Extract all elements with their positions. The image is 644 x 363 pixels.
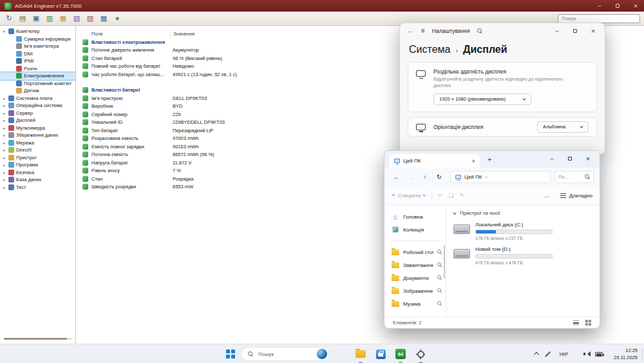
sidebar-item[interactable]: Колекція (384, 223, 446, 236)
minimize-button[interactable]: – (548, 155, 556, 162)
maximize-button[interactable] (571, 27, 579, 35)
minimize-button[interactable]: – (596, 2, 603, 10)
tree-item[interactable]: ▸Тест (0, 184, 75, 191)
new-item-button[interactable]: + Створити (392, 192, 426, 199)
display-resolution-icon (416, 70, 426, 77)
sidebar-item[interactable]: Зображення (384, 284, 446, 297)
taskbar-search-box[interactable]: Пошук (241, 347, 330, 361)
computer-icon[interactable]: ▣ (31, 14, 41, 24)
tree-item[interactable]: ▸DirectX (0, 146, 75, 154)
tree-item[interactable]: IPMI (0, 57, 75, 65)
hidden-icons-chevron[interactable] (534, 352, 539, 357)
details-view-button[interactable]: Докладно (560, 193, 592, 199)
sidebar-item[interactable]: Завантаження (384, 259, 446, 271)
pen-icon[interactable] (545, 351, 551, 357)
close-button[interactable]: × (589, 27, 597, 35)
taskbar-file-explorer-button[interactable] (353, 346, 368, 362)
tree-horizontal-scrollbar[interactable] (4, 338, 72, 340)
battery-icon[interactable] (595, 352, 603, 357)
back-arrow-icon[interactable]: ← (408, 28, 414, 34)
tree-item[interactable]: Портативний комп'ют (0, 80, 75, 88)
copy-icon[interactable]: ❏ (449, 193, 454, 199)
tree-item[interactable]: ▸Мережа (0, 139, 75, 147)
tree-item[interactable]: Сумарна інформація (0, 35, 75, 43)
explorer-tab-bar[interactable]: Цей ПК × + – × (384, 151, 600, 168)
close-button[interactable]: × (632, 2, 639, 10)
tree-item[interactable]: Розгін (0, 65, 75, 73)
folder-icon[interactable]: ▦ (58, 14, 68, 24)
drive-item[interactable]: Новий том (D:)476 ГБ вільно з 476 ГБ (453, 246, 594, 265)
up-button[interactable]: ↑ (418, 173, 432, 181)
tree-item[interactable]: ▸Програми (0, 161, 75, 169)
tree-item[interactable]: ▸Операційна система (0, 102, 75, 110)
speaker-icon[interactable] (585, 351, 591, 357)
aida64-titlebar[interactable]: AIDA64 Engineer v7.35.7000 – × (0, 0, 644, 12)
aida64-search-input[interactable] (558, 14, 640, 23)
settings-header[interactable]: ← ≡ Налаштування – × (400, 23, 605, 39)
cut-icon[interactable]: ✂ (438, 193, 443, 199)
tree-item[interactable]: ▸Збереження даних (0, 132, 75, 139)
tab-this-pc[interactable]: Цей ПК × (390, 154, 480, 168)
close-button[interactable]: × (584, 155, 592, 162)
resolution-card-subtitle: Відрегулюйте роздільну здатність відпові… (433, 76, 565, 89)
chart-icon[interactable]: ▥ (44, 14, 55, 24)
tree-item[interactable]: ▸Дисплей (0, 117, 75, 124)
breadcrumb-system[interactable]: Система (409, 44, 450, 55)
explorer-search-box[interactable] (554, 171, 594, 183)
tree-item[interactable]: Електроживлення (0, 72, 75, 80)
show-desktop-button[interactable] (642, 349, 643, 358)
taskbar-aida64-button[interactable]: 64 (393, 346, 408, 362)
sidebar-item[interactable]: Робочий стіл (384, 246, 446, 259)
sidebar-item[interactable]: Документи (384, 271, 446, 284)
drive-item[interactable]: Локальний диск (C:)176 ГБ вільно з 237 Г… (453, 222, 594, 240)
address-bar[interactable]: Цей ПК › (450, 171, 551, 183)
search-icon[interactable] (477, 28, 483, 34)
tree-item[interactable]: Ім'я комп'ютера (0, 43, 75, 50)
list-view-icon[interactable] (573, 320, 579, 325)
devices-icon[interactable]: ▧ (71, 14, 82, 24)
chevron-right-icon: › (485, 174, 487, 181)
rename-icon[interactable]: ✎ (460, 193, 465, 199)
maximize-button[interactable] (566, 155, 574, 162)
sidebar-item[interactable]: Головна (384, 210, 446, 223)
sidebar-item[interactable]: Музика (384, 297, 446, 310)
large-icons-view-icon[interactable] (585, 320, 591, 326)
minimize-button[interactable]: – (553, 27, 561, 35)
orientation-dropdown[interactable]: Альбомна (537, 121, 589, 133)
back-button[interactable]: ← (390, 173, 404, 181)
sidebar-scrollbar-thumb[interactable] (444, 245, 445, 279)
search-icon (585, 174, 591, 180)
tree-scrollbar-thumb[interactable] (4, 338, 67, 340)
language-indicator[interactable]: УКР (559, 351, 568, 357)
tab-close-icon[interactable]: × (472, 158, 475, 164)
devices-group-header[interactable]: Пристрої та носії (453, 210, 594, 216)
start-button[interactable] (226, 349, 235, 358)
resolution-dropdown[interactable]: 1920 × 1080 (рекомендовано) (433, 93, 531, 105)
tree-item-label: Безпека (16, 170, 34, 175)
tree-item[interactable]: ▸Пристрої (0, 154, 75, 162)
tree-item[interactable]: Датчик (0, 87, 75, 95)
fdb-icon[interactable]: ▨ (85, 14, 95, 24)
tree-item[interactable]: ▸База даних (0, 176, 75, 184)
tree-item[interactable]: ▸Мультимедіа (0, 124, 75, 132)
taskbar-settings-button[interactable] (413, 346, 428, 362)
report-icon[interactable]: ▤ (17, 14, 28, 24)
tree-item[interactable]: ▸Сервер (0, 110, 75, 117)
new-tab-button[interactable]: + (488, 155, 491, 163)
tree-item[interactable]: ▸Системна плата (0, 95, 75, 103)
forward-button[interactable]: → (404, 173, 418, 181)
back-icon[interactable]: ↻ (4, 14, 14, 24)
tree-item[interactable]: DMI (0, 50, 75, 58)
refresh-button[interactable]: ↻ (432, 173, 446, 181)
tree-item[interactable]: ▾Комп'ютер (0, 28, 75, 35)
see-more-button[interactable]: … (544, 192, 551, 199)
hamburger-menu-icon[interactable]: ≡ (421, 28, 425, 34)
search-highlight-image[interactable] (317, 349, 327, 359)
aida-logo-icon[interactable]: ● (112, 14, 122, 24)
maximize-button[interactable] (614, 2, 621, 10)
database-icon[interactable]: ▩ (99, 14, 109, 24)
explorer-search-input[interactable] (558, 174, 583, 180)
tree-item[interactable]: ▸Безпека (0, 169, 75, 177)
taskbar-store-button[interactable] (373, 346, 388, 362)
taskbar-clock[interactable]: 12:25 29.11.2025 (614, 347, 638, 362)
